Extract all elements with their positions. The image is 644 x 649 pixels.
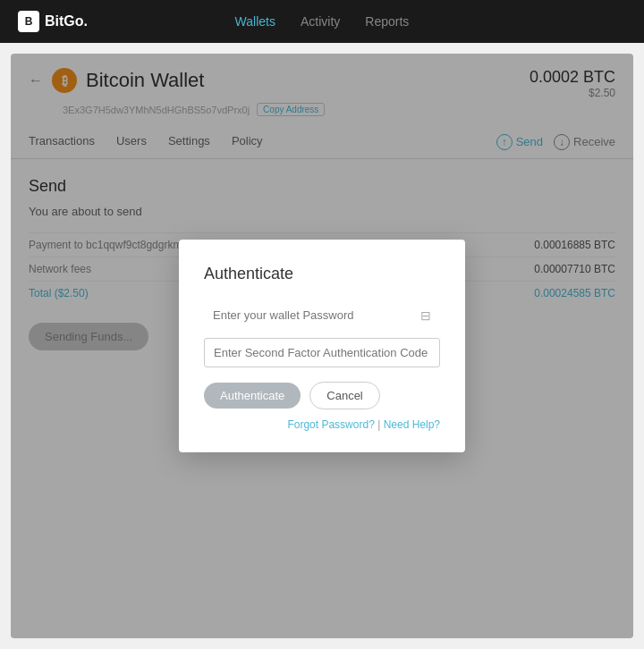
help-links: Forgot Password? | Need Help? [287,418,440,431]
password-icon: ⊟ [420,308,431,323]
bitgo-logo-icon: B [18,11,39,32]
cancel-button[interactable]: Cancel [309,382,379,409]
top-navigation: B BitGo. Wallets Activity Reports [0,0,644,43]
authenticate-modal: Authenticate ⊟ Authenticate Cancel Forgo… [179,240,465,452]
main-content: ← ₿ Bitcoin Wallet 0.0002 BTC $2.50 3Ex3… [11,54,633,638]
nav-wallets[interactable]: Wallets [235,14,275,29]
password-input-wrapper: ⊟ [204,301,440,329]
logo-area: B BitGo. [18,11,88,32]
password-input[interactable] [204,301,440,329]
need-help-link[interactable]: Need Help? [384,418,440,431]
modal-title: Authenticate [204,265,440,283]
help-separator: | [377,418,380,431]
modal-overlay: Authenticate ⊟ Authenticate Cancel Forgo… [11,54,633,638]
forgot-password-link[interactable]: Forgot Password? [287,418,374,431]
otp-input[interactable] [204,338,440,367]
authenticate-button[interactable]: Authenticate [204,383,301,409]
modal-actions: Authenticate Cancel Forgot Password? | N… [204,382,440,431]
nav-reports[interactable]: Reports [365,14,409,29]
logo-text: BitGo. [45,13,88,30]
nav-activity[interactable]: Activity [301,14,340,29]
nav-links: Wallets Activity Reports [235,14,410,29]
